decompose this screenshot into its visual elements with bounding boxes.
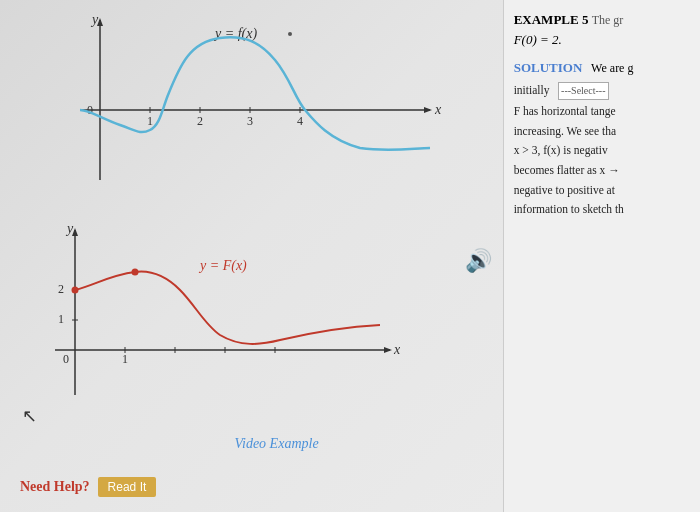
svg-text:1: 1 xyxy=(58,312,64,326)
graph-bottom: y x 2 1 0 1 y = F(x) xyxy=(20,220,400,420)
left-panel: y x 0 1 2 3 4 y = f(x) xyxy=(0,0,503,512)
solution-section: SOLUTION We are g xyxy=(514,58,690,78)
text-line-3: x > 3, f(x) is negativ xyxy=(514,142,690,159)
svg-text:0: 0 xyxy=(87,103,93,117)
text-line-2: increasing. We see tha xyxy=(514,123,690,140)
svg-text:x: x xyxy=(434,102,442,117)
svg-text:y = F(x): y = F(x) xyxy=(198,258,247,274)
svg-point-35 xyxy=(132,269,139,276)
svg-text:2: 2 xyxy=(58,282,64,296)
example-title: EXAMPLE 5 The gr xyxy=(514,12,690,28)
svg-marker-3 xyxy=(424,107,432,113)
read-it-button[interactable]: Read It xyxy=(98,477,157,497)
f-zero-condition: F(0) = 2. xyxy=(514,32,690,48)
example-label: EXAMPLE 5 xyxy=(514,12,589,27)
svg-marker-20 xyxy=(384,347,392,353)
svg-text:y: y xyxy=(90,12,99,27)
svg-text:1: 1 xyxy=(147,114,153,128)
svg-text:y: y xyxy=(65,221,74,236)
initially-line: initially ---Select--- xyxy=(514,82,690,101)
need-help-text: Need Help? xyxy=(20,479,90,495)
text-line-6: information to sketch th xyxy=(514,201,690,218)
text-line-1: F has horizontal tange xyxy=(514,103,690,120)
cursor-arrow: ↖ xyxy=(22,405,37,427)
svg-text:0: 0 xyxy=(63,352,69,366)
select-dropdown[interactable]: ---Select--- xyxy=(558,82,608,101)
video-example-link[interactable]: Video Example xyxy=(235,436,319,452)
speaker-icon[interactable]: 🔊 xyxy=(465,248,492,274)
right-panel: EXAMPLE 5 The gr F(0) = 2. SOLUTION We a… xyxy=(503,0,700,512)
page-container: y x 0 1 2 3 4 y = f(x) xyxy=(0,0,700,512)
svg-text:4: 4 xyxy=(297,114,303,128)
example-description-partial: The gr xyxy=(592,13,624,27)
svg-text:1: 1 xyxy=(122,352,128,366)
graph-top: y x 0 1 2 3 4 y = f(x) xyxy=(20,10,450,210)
text-line-4: becomes flatter as x → xyxy=(514,162,690,179)
svg-point-16 xyxy=(288,32,292,36)
solution-label: SOLUTION xyxy=(514,60,583,75)
svg-text:2: 2 xyxy=(197,114,203,128)
text-line-5: negative to positive at xyxy=(514,182,690,199)
we-are-text: We are g xyxy=(591,61,633,75)
need-help-section: Need Help? Read It xyxy=(20,477,156,497)
svg-point-34 xyxy=(72,287,79,294)
svg-text:3: 3 xyxy=(247,114,253,128)
svg-text:x: x xyxy=(393,342,400,357)
